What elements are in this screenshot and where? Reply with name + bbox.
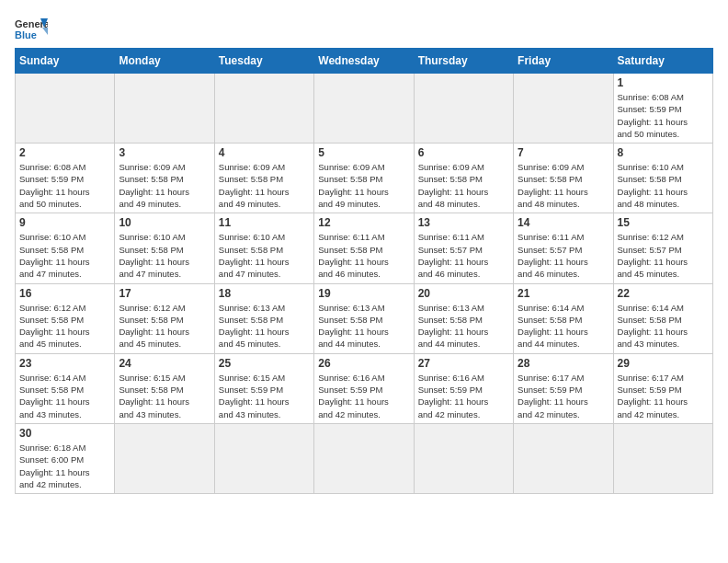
day-number: 2 [19,146,110,159]
day-number: 30 [19,427,110,440]
calendar-day-cell: 18Sunrise: 6:13 AM Sunset: 5:58 PM Dayli… [214,283,313,353]
weekday-header: Saturday [613,49,712,74]
calendar-day-cell [414,423,513,493]
day-info: Sunrise: 6:10 AM Sunset: 5:58 PM Dayligh… [19,231,110,280]
svg-marker-3 [42,28,48,35]
logo: General Blue [15,15,48,40]
calendar-day-cell: 1Sunrise: 6:08 AM Sunset: 5:59 PM Daylig… [613,74,712,144]
calendar-week-row: 16Sunrise: 6:12 AM Sunset: 5:58 PM Dayli… [16,283,713,353]
calendar-day-cell: 3Sunrise: 6:09 AM Sunset: 5:58 PM Daylig… [115,144,214,213]
day-info: Sunrise: 6:14 AM Sunset: 5:58 PM Dayligh… [518,302,609,350]
day-info: Sunrise: 6:16 AM Sunset: 5:59 PM Dayligh… [418,372,509,420]
day-info: Sunrise: 6:09 AM Sunset: 5:58 PM Dayligh… [119,161,210,210]
weekday-header: Friday [514,49,613,74]
day-number: 29 [618,357,709,370]
calendar-day-cell: 13Sunrise: 6:11 AM Sunset: 5:57 PM Dayli… [414,213,513,283]
calendar-day-cell: 9Sunrise: 6:10 AM Sunset: 5:58 PM Daylig… [16,213,115,283]
calendar-table: SundayMondayTuesdayWednesdayThursdayFrid… [15,48,713,494]
calendar-week-row: 9Sunrise: 6:10 AM Sunset: 5:58 PM Daylig… [16,213,713,283]
day-info: Sunrise: 6:12 AM Sunset: 5:57 PM Dayligh… [618,231,709,280]
day-number: 10 [119,216,210,229]
calendar-day-cell: 24Sunrise: 6:15 AM Sunset: 5:58 PM Dayli… [115,353,214,423]
day-number: 14 [518,216,609,229]
day-info: Sunrise: 6:10 AM Sunset: 5:58 PM Dayligh… [219,231,310,280]
day-info: Sunrise: 6:14 AM Sunset: 5:58 PM Dayligh… [618,302,709,350]
calendar-day-cell: 17Sunrise: 6:12 AM Sunset: 5:58 PM Dayli… [115,283,214,353]
calendar-day-cell [514,423,613,493]
calendar-day-cell [613,423,712,493]
svg-text:Blue: Blue [15,29,37,40]
day-info: Sunrise: 6:10 AM Sunset: 5:58 PM Dayligh… [119,231,210,280]
day-info: Sunrise: 6:15 AM Sunset: 5:58 PM Dayligh… [119,372,210,420]
calendar-day-cell [214,74,313,144]
calendar-day-cell: 20Sunrise: 6:13 AM Sunset: 5:58 PM Dayli… [414,283,513,353]
calendar-day-cell: 10Sunrise: 6:10 AM Sunset: 5:58 PM Dayli… [115,213,214,283]
day-number: 19 [318,287,409,300]
day-number: 17 [119,287,210,300]
day-number: 9 [19,216,110,229]
weekday-header: Tuesday [214,49,313,74]
day-number: 18 [219,287,310,300]
calendar-day-cell: 16Sunrise: 6:12 AM Sunset: 5:58 PM Dayli… [16,283,115,353]
day-number: 4 [219,146,310,159]
day-info: Sunrise: 6:09 AM Sunset: 5:58 PM Dayligh… [518,161,609,210]
day-number: 6 [418,146,509,159]
day-info: Sunrise: 6:11 AM Sunset: 5:57 PM Dayligh… [418,231,509,280]
day-info: Sunrise: 6:16 AM Sunset: 5:59 PM Dayligh… [318,372,409,420]
day-info: Sunrise: 6:17 AM Sunset: 5:59 PM Dayligh… [618,372,709,420]
calendar-day-cell: 22Sunrise: 6:14 AM Sunset: 5:58 PM Dayli… [613,283,712,353]
day-info: Sunrise: 6:13 AM Sunset: 5:58 PM Dayligh… [318,302,409,350]
weekday-header: Monday [115,49,214,74]
calendar-day-cell [514,74,613,144]
day-number: 11 [219,216,310,229]
day-number: 8 [618,146,709,159]
logo-icon: General Blue [15,15,48,40]
day-info: Sunrise: 6:14 AM Sunset: 5:58 PM Dayligh… [19,372,110,420]
day-info: Sunrise: 6:18 AM Sunset: 6:00 PM Dayligh… [19,442,110,490]
calendar-day-cell: 23Sunrise: 6:14 AM Sunset: 5:58 PM Dayli… [16,353,115,423]
calendar-day-cell: 11Sunrise: 6:10 AM Sunset: 5:58 PM Dayli… [214,213,313,283]
calendar-day-cell: 19Sunrise: 6:13 AM Sunset: 5:58 PM Dayli… [314,283,414,353]
day-info: Sunrise: 6:15 AM Sunset: 5:59 PM Dayligh… [219,372,310,420]
day-info: Sunrise: 6:17 AM Sunset: 5:59 PM Dayligh… [518,372,609,420]
calendar-day-cell: 2Sunrise: 6:08 AM Sunset: 5:59 PM Daylig… [16,144,115,213]
day-info: Sunrise: 6:13 AM Sunset: 5:58 PM Dayligh… [418,302,509,350]
day-number: 1 [618,76,709,89]
day-number: 15 [618,216,709,229]
day-number: 20 [418,287,509,300]
day-info: Sunrise: 6:11 AM Sunset: 5:57 PM Dayligh… [518,231,609,280]
calendar-day-cell [115,74,214,144]
day-info: Sunrise: 6:08 AM Sunset: 5:59 PM Dayligh… [618,91,709,140]
calendar-day-cell: 21Sunrise: 6:14 AM Sunset: 5:58 PM Dayli… [514,283,613,353]
calendar-day-cell: 15Sunrise: 6:12 AM Sunset: 5:57 PM Dayli… [613,213,712,283]
day-number: 7 [518,146,609,159]
calendar-day-cell [16,74,115,144]
calendar-day-cell: 4Sunrise: 6:09 AM Sunset: 5:58 PM Daylig… [214,144,313,213]
weekday-header-row: SundayMondayTuesdayWednesdayThursdayFrid… [16,49,713,74]
day-info: Sunrise: 6:09 AM Sunset: 5:58 PM Dayligh… [318,161,409,210]
calendar-week-row: 2Sunrise: 6:08 AM Sunset: 5:59 PM Daylig… [16,144,713,213]
day-number: 5 [318,146,409,159]
calendar-day-cell [214,423,313,493]
calendar-day-cell: 12Sunrise: 6:11 AM Sunset: 5:58 PM Dayli… [314,213,414,283]
calendar-day-cell [115,423,214,493]
day-number: 3 [119,146,210,159]
calendar-day-cell [414,74,513,144]
calendar-day-cell [314,74,414,144]
calendar-day-cell: 26Sunrise: 6:16 AM Sunset: 5:59 PM Dayli… [314,353,414,423]
calendar-day-cell: 7Sunrise: 6:09 AM Sunset: 5:58 PM Daylig… [514,144,613,213]
weekday-header: Thursday [414,49,513,74]
calendar-day-cell: 25Sunrise: 6:15 AM Sunset: 5:59 PM Dayli… [214,353,313,423]
day-number: 24 [119,357,210,370]
day-info: Sunrise: 6:09 AM Sunset: 5:58 PM Dayligh… [418,161,509,210]
day-info: Sunrise: 6:09 AM Sunset: 5:58 PM Dayligh… [219,161,310,210]
calendar-day-cell: 27Sunrise: 6:16 AM Sunset: 5:59 PM Dayli… [414,353,513,423]
day-info: Sunrise: 6:13 AM Sunset: 5:58 PM Dayligh… [219,302,310,350]
day-number: 21 [518,287,609,300]
day-info: Sunrise: 6:08 AM Sunset: 5:59 PM Dayligh… [19,161,110,210]
calendar-week-row: 1Sunrise: 6:08 AM Sunset: 5:59 PM Daylig… [16,74,713,144]
page-header: General Blue [15,15,713,40]
weekday-header: Wednesday [314,49,414,74]
calendar-day-cell: 30Sunrise: 6:18 AM Sunset: 6:00 PM Dayli… [16,423,115,493]
day-info: Sunrise: 6:10 AM Sunset: 5:58 PM Dayligh… [618,161,709,210]
